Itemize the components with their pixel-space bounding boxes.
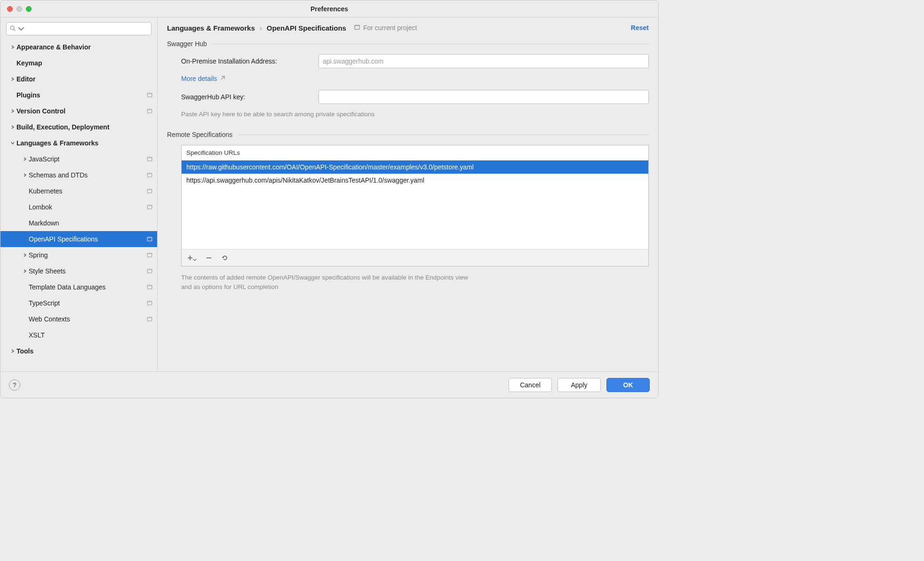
- close-window-button[interactable]: [7, 6, 13, 12]
- minimize-window-button[interactable]: [16, 6, 22, 12]
- sidebar-item-languages-frameworks[interactable]: Languages & Frameworks: [0, 135, 157, 151]
- remote-spec-column-header: Specification URLs: [182, 145, 648, 160]
- sidebar-item-plugins[interactable]: Plugins: [0, 87, 157, 103]
- cancel-button[interactable]: Cancel: [509, 378, 552, 392]
- sidebar-item-label: Version Control: [16, 107, 146, 115]
- project-scope-icon: [146, 252, 153, 258]
- sidebar-item-tools[interactable]: Tools: [0, 343, 157, 359]
- project-scope-icon: [146, 204, 153, 210]
- sidebar-item-label: Lombok: [29, 203, 146, 211]
- chevron-down-icon: [18, 25, 24, 32]
- sidebar-item-editor[interactable]: Editor: [0, 71, 157, 87]
- sidebar-item-label: TypeScript: [29, 299, 146, 307]
- project-scope-icon: [146, 108, 153, 114]
- onpremise-address-input[interactable]: [319, 54, 649, 68]
- chevron-right-icon[interactable]: [9, 77, 16, 81]
- search-icon: [9, 25, 16, 33]
- sidebar-item-appearance-behavior[interactable]: Appearance & Behavior: [0, 39, 157, 55]
- sidebar-item-label: Web Contexts: [29, 315, 146, 323]
- breadcrumb: Languages & Frameworks › OpenAPI Specifi…: [167, 24, 346, 32]
- sidebar-item-label: OpenAPI Specifications: [29, 235, 146, 243]
- sidebar-item-label: JavaScript: [29, 155, 146, 163]
- chevron-right-icon[interactable]: [9, 349, 16, 353]
- svg-rect-27: [355, 25, 360, 26]
- project-scope-icon: [146, 316, 153, 322]
- remote-spec-hint: The contents of added remote OpenAPI/Swa…: [181, 273, 473, 292]
- project-scope-icon: [146, 268, 153, 274]
- settings-search-input[interactable]: [26, 25, 148, 32]
- chevron-down-icon[interactable]: [9, 141, 16, 145]
- project-scope-icon: [146, 156, 153, 162]
- sidebar-item-label: Tools: [16, 347, 146, 355]
- sidebar-item-label: Editor: [16, 75, 146, 83]
- sidebar-item-typescript[interactable]: TypeScript: [0, 295, 157, 311]
- project-scope-icon: [146, 284, 153, 290]
- sidebar-item-label: Spring: [29, 251, 146, 259]
- breadcrumb-root[interactable]: Languages & Frameworks: [167, 24, 255, 32]
- project-scope-icon: [354, 24, 360, 32]
- sidebar-item-markdown[interactable]: Markdown: [0, 215, 157, 231]
- dialog-footer: ? Cancel Apply OK: [0, 371, 658, 398]
- svg-rect-11: [147, 189, 152, 191]
- sidebar-item-style-sheets[interactable]: Style Sheets: [0, 263, 157, 279]
- sidebar-item-web-contexts[interactable]: Web Contexts: [0, 311, 157, 327]
- svg-rect-17: [147, 253, 152, 255]
- sidebar-item-kubernetes[interactable]: Kubernetes: [0, 183, 157, 199]
- svg-rect-9: [147, 173, 152, 175]
- sidebar-item-openapi-specifications[interactable]: OpenAPI Specifications: [0, 231, 157, 247]
- svg-rect-3: [147, 93, 152, 95]
- remote-spec-list[interactable]: https://raw.githubusercontent.com/OAI/Op…: [182, 160, 648, 249]
- sidebar-item-label: Style Sheets: [29, 267, 146, 275]
- divider: [213, 44, 649, 44]
- chevron-right-icon[interactable]: [21, 157, 29, 161]
- reset-link[interactable]: Reset: [631, 24, 649, 32]
- sidebar-item-label: Kubernetes: [29, 187, 146, 195]
- sidebar-item-keymap[interactable]: Keymap: [0, 55, 157, 71]
- spec-url-row[interactable]: https://raw.githubusercontent.com/OAI/Op…: [182, 160, 648, 174]
- help-button[interactable]: ?: [9, 379, 20, 391]
- section-title-swaggerhub: Swagger Hub: [167, 40, 207, 48]
- add-button[interactable]: [186, 254, 197, 262]
- sidebar-item-label: Plugins: [16, 91, 146, 99]
- svg-rect-13: [147, 205, 152, 207]
- sidebar-item-label: Build, Execution, Deployment: [16, 123, 146, 131]
- sidebar-item-label: Appearance & Behavior: [16, 43, 146, 51]
- settings-sidebar: Appearance & BehaviorKeymapEditorPlugins…: [0, 17, 158, 371]
- sidebar-item-version-control[interactable]: Version Control: [0, 103, 157, 119]
- sidebar-item-label: Languages & Frameworks: [16, 139, 146, 147]
- chevron-right-icon[interactable]: [9, 45, 16, 49]
- preferences-window: Preferences Appearance & BehaviorKeymapE…: [0, 0, 659, 398]
- svg-line-1: [14, 29, 15, 31]
- api-key-input[interactable]: [319, 90, 649, 104]
- section-title-remote: Remote Specifications: [167, 131, 232, 138]
- chevron-right-icon[interactable]: [9, 109, 16, 113]
- chevron-right-icon[interactable]: [9, 125, 16, 129]
- remove-button[interactable]: [205, 254, 213, 262]
- sidebar-item-javascript[interactable]: JavaScript: [0, 151, 157, 167]
- chevron-right-icon[interactable]: [21, 173, 29, 177]
- sidebar-item-label: Template Data Languages: [29, 283, 146, 291]
- chevron-right-icon[interactable]: [21, 269, 29, 273]
- settings-search[interactable]: [6, 22, 151, 35]
- svg-rect-19: [147, 269, 152, 271]
- sidebar-item-lombok[interactable]: Lombok: [0, 199, 157, 215]
- window-title: Preferences: [0, 5, 658, 13]
- project-scope-icon: [146, 172, 153, 178]
- sidebar-item-spring[interactable]: Spring: [0, 247, 157, 263]
- svg-rect-25: [147, 317, 152, 319]
- chevron-right-icon[interactable]: [21, 253, 29, 257]
- chevron-right-icon: ›: [260, 24, 262, 32]
- sidebar-item-xslt[interactable]: XSLT: [0, 327, 157, 343]
- apply-button[interactable]: Apply: [558, 378, 601, 392]
- api-key-label: SwaggerHub API key:: [181, 93, 312, 101]
- sidebar-item-build-execution-deployment[interactable]: Build, Execution, Deployment: [0, 119, 157, 135]
- zoom-window-button[interactable]: [26, 6, 32, 12]
- ok-button[interactable]: OK: [606, 378, 650, 392]
- project-scope-icon: [146, 92, 153, 98]
- more-details-link[interactable]: More details: [181, 75, 217, 82]
- sidebar-item-template-data-languages[interactable]: Template Data Languages: [0, 279, 157, 295]
- spec-url-row[interactable]: https://api.swaggerhub.com/apis/NikitaKa…: [182, 174, 648, 187]
- sidebar-item-schemas-and-dtds[interactable]: Schemas and DTDs: [0, 167, 157, 183]
- address-label: On-Premise Installation Address:: [181, 57, 312, 65]
- refresh-button[interactable]: [221, 254, 229, 262]
